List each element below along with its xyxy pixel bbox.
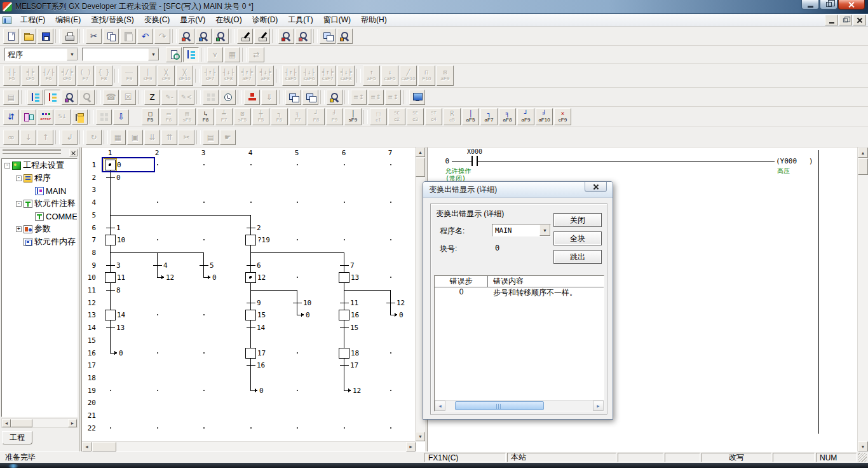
key-button-aF7[interactable]: ╡↑╞aF7: [238, 65, 255, 86]
key-button-sF6[interactable]: ╡/╞sF6: [58, 65, 76, 86]
monitor-stop-button[interactable]: [337, 29, 353, 44]
project-tab[interactable]: 工程: [2, 431, 32, 444]
ladder-vscrollbar[interactable]: ▲ ▼: [857, 148, 868, 451]
menu-edit[interactable]: 编辑(E): [50, 13, 86, 27]
paste-button[interactable]: [120, 29, 136, 44]
sfc-key-button-sF6[interactable]: ▤sF6: [179, 108, 196, 125]
add-row-button[interactable]: ⇈: [161, 130, 177, 145]
child-minimize-button[interactable]: [825, 15, 838, 25]
key-button-F6[interactable]: ┤/├F6: [40, 65, 57, 86]
ladder-edit-button[interactable]: ▤: [3, 90, 19, 105]
tree-hscroll-thumb[interactable]: [11, 419, 32, 427]
key-button-caF5[interactable]: ↓caF5: [381, 65, 398, 86]
find-string-button[interactable]: [213, 29, 229, 44]
child-restore-button[interactable]: [839, 15, 852, 25]
sfc-hscrollbar[interactable]: ◄ ►: [82, 441, 416, 451]
menu-help[interactable]: 帮助(H): [356, 13, 392, 27]
tree-item-project-root[interactable]: -工程未设置: [2, 159, 77, 172]
comment-edit-button[interactable]: Z: [144, 90, 160, 105]
sfc-key-button-c1[interactable]: ⬚c1: [370, 108, 387, 125]
sfc-block-jump-button[interactable]: ⇩: [113, 109, 129, 125]
mdi-child-icon[interactable]: [3, 17, 11, 24]
sfc-key-button-sF9[interactable]: │sF9: [344, 108, 362, 125]
sfc-key-button-F7[interactable]: ╕F7: [289, 108, 306, 125]
scroll-left-icon[interactable]: ◄: [2, 419, 11, 427]
write-mode-button[interactable]: [237, 29, 253, 44]
sfc-diagram[interactable]: 1234567123456789101112131415161718192021…: [82, 148, 415, 441]
key-button-F10[interactable]: ⊓F10: [418, 65, 435, 86]
sfc-zoom-write-button[interactable]: [44, 90, 60, 105]
key-button-sF7[interactable]: ┤↑├sF7: [201, 65, 219, 86]
entry-data-monitor-button[interactable]: [295, 29, 311, 44]
menu-tools[interactable]: 工具(T): [283, 13, 318, 27]
program-check-button[interactable]: [166, 47, 182, 62]
tree-item-device-comment[interactable]: -软元件注释: [2, 197, 77, 210]
pan-hand-button[interactable]: ☛: [220, 130, 236, 145]
resize-grip[interactable]: [858, 453, 867, 462]
sfc-key-button-c4[interactable]: STc4: [425, 108, 442, 125]
program-display-button[interactable]: [27, 90, 43, 105]
find-button[interactable]: ∞: [3, 130, 19, 145]
block-conversion-button[interactable]: ⋎: [207, 47, 223, 62]
sfc-hscroll-thumb[interactable]: [92, 442, 116, 451]
sfc-key-button-aF8[interactable]: ╕aF8: [499, 108, 516, 125]
sfc-diagram-view-button[interactable]: [183, 47, 199, 62]
key-button-F8[interactable]: { }F8: [95, 65, 112, 86]
panel-grip[interactable]: [3, 151, 61, 154]
tree-item-main[interactable]: -MAIN: [2, 184, 77, 197]
scroll-right-icon[interactable]: ►: [406, 442, 416, 451]
monitor-mode-button[interactable]: [409, 90, 425, 105]
device-batch-monitor-button[interactable]: [278, 29, 294, 44]
jump-target-window-button[interactable]: [302, 90, 318, 105]
key-button-saF8[interactable]: ╡↓╞saF8: [337, 65, 355, 86]
sfc-key-button-F7[interactable]: ┷F7: [215, 108, 233, 125]
pc-write-button[interactable]: ⇓: [261, 90, 277, 105]
ladder-monitor2-button[interactable]: ≡⇕: [368, 90, 384, 105]
monitor-condition-button[interactable]: [327, 90, 342, 105]
sfc-key-button-sF5[interactable]: ⊠sF5: [234, 108, 251, 125]
menu-find-replace[interactable]: 查找/替换(S): [86, 13, 139, 27]
save-display-button[interactable]: ▤: [203, 130, 219, 145]
find-device-button[interactable]: [179, 29, 194, 44]
sfc-key-button-cF9[interactable]: ×cF9: [554, 108, 571, 125]
redo-button[interactable]: ↷: [154, 29, 170, 44]
sfc-key-button-F6[interactable]: ▭F6: [160, 108, 177, 125]
insert-row-button[interactable]: ⇊: [144, 130, 160, 145]
dropdown-arrow-icon[interactable]: ▼: [67, 48, 78, 60]
error-row[interactable]: 0步号和转移顺序不一样。: [435, 287, 604, 298]
menu-project[interactable]: 工程(F): [15, 13, 50, 27]
collapse-icon[interactable]: -: [16, 201, 22, 207]
sfc-error-check-button[interactable]: error: [37, 109, 53, 125]
tree-item-program[interactable]: -程序: [2, 172, 77, 184]
remote-operation-button[interactable]: [244, 90, 260, 105]
menu-online[interactable]: 在线(O): [210, 13, 247, 27]
key-button-saF6[interactable]: ┤↓├saF6: [301, 65, 318, 86]
sort-program-button[interactable]: ⇄: [248, 47, 264, 62]
print-button[interactable]: [62, 29, 78, 44]
key-button-aF9[interactable]: ⊠aF9: [437, 65, 454, 86]
tree-item-device-memory[interactable]: -软元件内存: [2, 235, 77, 248]
dialog-close-button[interactable]: [585, 182, 607, 192]
key-button-dF10[interactable]: ╳dF10: [176, 65, 193, 86]
error-list-hscroll-thumb[interactable]: [455, 401, 544, 410]
replace-button[interactable]: ↻: [86, 130, 102, 145]
window-switch-button[interactable]: [320, 29, 336, 44]
sfc-key-button-F8[interactable]: ↳F8: [197, 108, 214, 125]
error-list-hscrollbar[interactable]: ◄ ►: [435, 400, 604, 411]
key-button-sF5[interactable]: ╡╞sF5: [22, 65, 39, 86]
sfc-key-button-F9[interactable]: ╛F9: [326, 108, 343, 125]
key-button-caF10[interactable]: ╱caF10: [400, 65, 417, 86]
dialog-program-select[interactable]: MAIN ▼: [492, 224, 551, 237]
sfc-key-button-aF7[interactable]: ┐aF7: [480, 108, 498, 125]
statement-edit-button[interactable]: ✎-: [161, 90, 177, 105]
tree-item-comment[interactable]: -COMMENT: [2, 210, 77, 223]
select-block-button[interactable]: ▦: [110, 130, 126, 145]
key-button-F7[interactable]: ( )F7: [77, 65, 94, 86]
error-list[interactable]: 错误步 错误内容 0步号和转移顺序不一样。 ◄ ►: [434, 275, 604, 411]
sfc-key-button-aF10[interactable]: ╛aF10: [536, 108, 553, 125]
new-project-button[interactable]: [3, 29, 19, 44]
scroll-left-icon[interactable]: ◄: [82, 442, 92, 451]
tree-item-parameter[interactable]: +参数: [2, 223, 77, 235]
dropdown-arrow-icon[interactable]: ▼: [148, 48, 159, 60]
sfc-vscroll-thumb[interactable]: [416, 158, 425, 177]
